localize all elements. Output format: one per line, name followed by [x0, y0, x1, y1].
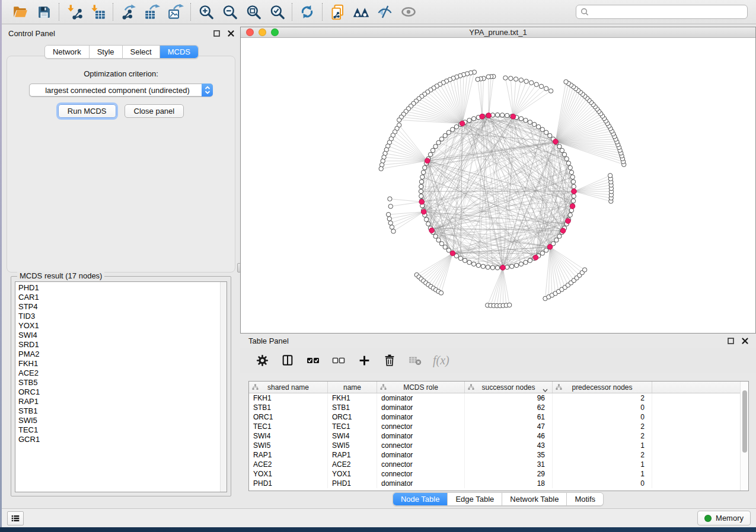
- mcds-result-item[interactable]: RAP1: [15, 397, 219, 406]
- column-header-successor-nodes[interactable]: successor nodes: [465, 382, 553, 393]
- graph-node[interactable]: [471, 262, 476, 266]
- graph-mcds-hub-node[interactable]: [553, 139, 559, 145]
- graph-leaf-node[interactable]: [439, 291, 443, 295]
- graph-node[interactable]: [519, 117, 523, 121]
- add-column-icon[interactable]: [356, 352, 372, 368]
- tab-edge-table[interactable]: Edge Table: [448, 493, 502, 505]
- table-scrollbar[interactable]: [740, 382, 748, 491]
- graph-leaf-node[interactable]: [386, 212, 390, 216]
- graph-leaf-node[interactable]: [390, 225, 394, 229]
- cell-shared-name[interactable]: ORC1: [249, 412, 328, 422]
- cell-predecessor-nodes[interactable]: 1: [553, 441, 652, 450]
- cell-predecessor-nodes[interactable]: 0: [553, 479, 652, 488]
- table-row[interactable]: TEC1TEC1connector472: [249, 422, 740, 431]
- cell-mcds-role[interactable]: connector: [377, 441, 465, 450]
- cell-mcds-role[interactable]: connector: [377, 460, 465, 469]
- graph-mcds-hub-node[interactable]: [566, 219, 571, 224]
- graph-node[interactable]: [458, 256, 462, 260]
- graph-leaf-node[interactable]: [509, 76, 513, 81]
- cell-successor-nodes[interactable]: 61: [465, 412, 553, 422]
- cell-predecessor-nodes[interactable]: 2: [553, 450, 652, 460]
- graph-node[interactable]: [572, 194, 576, 198]
- column-header-mcds-role[interactable]: MCDS role: [377, 382, 465, 393]
- minimize-window-icon[interactable]: [259, 28, 266, 36]
- graph-node[interactable]: [562, 152, 566, 156]
- memory-button[interactable]: Memory: [697, 511, 751, 525]
- graph-node[interactable]: [568, 165, 572, 169]
- close-panel-button[interactable]: Close panel: [125, 104, 184, 118]
- cell-successor-nodes[interactable]: 18: [465, 479, 553, 488]
- graph-node[interactable]: [544, 130, 548, 134]
- column-header-name[interactable]: name: [328, 382, 377, 393]
- graph-mcds-hub-node[interactable]: [429, 228, 435, 233]
- graph-mcds-hub-node[interactable]: [572, 189, 577, 194]
- cell-name[interactable]: ORC1: [328, 412, 377, 422]
- graph-node[interactable]: [420, 175, 425, 179]
- close-window-icon[interactable]: [246, 28, 254, 36]
- graph-node[interactable]: [446, 130, 451, 134]
- graph-mcds-hub-node[interactable]: [421, 209, 426, 214]
- graph-leaf-node[interactable]: [534, 82, 538, 86]
- cell-successor-nodes[interactable]: 47: [465, 422, 553, 431]
- cell-shared-name[interactable]: SWI5: [249, 441, 328, 450]
- graph-node[interactable]: [532, 122, 536, 126]
- graph-leaf-node[interactable]: [397, 118, 401, 122]
- graph-leaf-node[interactable]: [519, 78, 523, 82]
- mcds-result-item[interactable]: ORC1: [15, 387, 219, 397]
- graph-node[interactable]: [471, 117, 476, 121]
- graph-mcds-hub-node[interactable]: [419, 199, 425, 204]
- cell-mcds-role[interactable]: connector: [377, 469, 465, 479]
- graph-leaf-node[interactable]: [582, 268, 586, 272]
- cell-name[interactable]: SWI5: [328, 441, 377, 450]
- graph-leaf-node[interactable]: [539, 84, 543, 88]
- cell-predecessor-nodes[interactable]: 1: [553, 460, 652, 469]
- graph-mcds-hub-node[interactable]: [480, 114, 485, 119]
- graph-mcds-hub-node[interactable]: [570, 204, 575, 209]
- run-mcds-button[interactable]: Run MCDS: [58, 104, 116, 118]
- first-neighbors-icon[interactable]: [352, 2, 371, 21]
- graph-leaf-node[interactable]: [486, 75, 490, 79]
- tab-style[interactable]: Style: [90, 46, 123, 58]
- graph-mcds-hub-node[interactable]: [500, 265, 506, 270]
- graph-node[interactable]: [544, 248, 548, 252]
- cell-predecessor-nodes[interactable]: 0: [553, 412, 652, 422]
- graph-leaf-node[interactable]: [548, 89, 553, 93]
- mcds-result-item[interactable]: STB5: [15, 378, 219, 387]
- graph-leaf-node[interactable]: [513, 77, 518, 81]
- graph-node[interactable]: [443, 133, 447, 137]
- graph-node[interactable]: [436, 140, 441, 145]
- close-icon[interactable]: [741, 337, 749, 345]
- graph-node[interactable]: [557, 234, 562, 238]
- graph-node[interactable]: [510, 264, 514, 268]
- mcds-result-item[interactable]: STB1: [15, 406, 219, 416]
- float-window-icon[interactable]: [213, 30, 221, 37]
- graph-node[interactable]: [519, 262, 523, 266]
- sort-desc-icon[interactable]: [543, 386, 548, 394]
- cell-mcds-role[interactable]: dominator: [377, 393, 465, 403]
- cell-shared-name[interactable]: SWI4: [249, 431, 328, 441]
- table-scrollbar-thumb[interactable]: [742, 390, 747, 453]
- cell-mcds-role[interactable]: dominator: [377, 450, 465, 460]
- mcds-result-scrollbar[interactable]: [220, 282, 227, 492]
- graph-leaf-node[interactable]: [524, 79, 528, 84]
- graph-mcds-hub-node[interactable]: [511, 114, 516, 119]
- cell-successor-nodes[interactable]: 31: [465, 460, 553, 469]
- graph-node[interactable]: [419, 194, 423, 198]
- graph-leaf-node[interactable]: [564, 79, 568, 84]
- cell-successor-nodes[interactable]: 62: [465, 403, 553, 412]
- refresh-icon[interactable]: [298, 2, 317, 21]
- zoom-fit-icon[interactable]: [244, 2, 263, 21]
- cell-predecessor-nodes[interactable]: 1: [553, 469, 652, 479]
- task-history-icon[interactable]: [7, 511, 24, 525]
- graph-leaf-node[interactable]: [388, 221, 393, 225]
- cell-name[interactable]: RAP1: [328, 450, 377, 460]
- show-graphics-details-icon[interactable]: [399, 2, 418, 21]
- graph-node[interactable]: [554, 238, 559, 242]
- graph-node[interactable]: [514, 263, 518, 267]
- tab-motifs[interactable]: Motifs: [567, 493, 603, 505]
- cell-name[interactable]: SWI4: [328, 431, 377, 441]
- graph-node[interactable]: [439, 137, 444, 141]
- graph-node[interactable]: [419, 184, 423, 188]
- graph-mcds-hub-node[interactable]: [533, 255, 538, 260]
- cell-mcds-role[interactable]: dominator: [377, 479, 465, 488]
